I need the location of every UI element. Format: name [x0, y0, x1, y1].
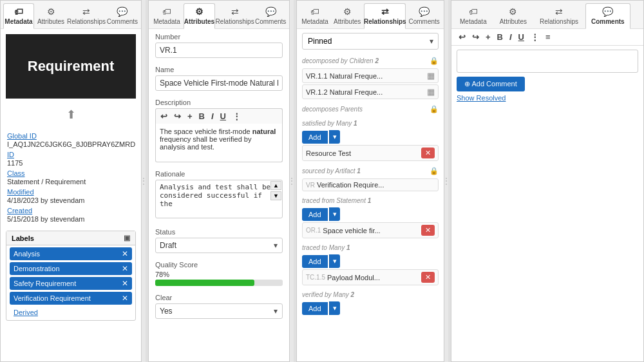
quality-bar-container: 78% [155, 271, 283, 286]
resize-3-4[interactable] [444, 0, 448, 362]
remove-analysis[interactable]: ✕ [122, 249, 128, 258]
rel-item-resource-test[interactable]: Resource Test ✕ [302, 145, 439, 161]
panel-4-content: ↩ ↪ + B I U ⋮ ≡ ⊕ Add Comment Show Resol… [451, 29, 643, 361]
attributes-icon-3: ⚙ [343, 6, 352, 17]
tab-attributes-1[interactable]: ⚙ Attributes [35, 3, 66, 28]
add-btn[interactable]: + [185, 111, 194, 122]
tab-attributes-4[interactable]: ⚙ Attributes [494, 3, 533, 28]
comments-icon-2: 💬 [265, 6, 276, 17]
rationale-scroll-up[interactable]: ▲ [270, 181, 281, 190]
tab-metadata-3[interactable]: 🏷 Metadata [299, 3, 330, 28]
rationale-scroll-down[interactable]: ▼ [270, 191, 281, 200]
quality-score-field: Quality Score 78% [149, 257, 289, 290]
tab-metadata-1[interactable]: 🏷 Metadata [3, 3, 34, 29]
rel-item-vr-verification[interactable]: VR Verification Require... [302, 178, 439, 191]
add-comment-button[interactable]: ⊕ Add Comment [457, 77, 525, 91]
clear-select[interactable]: Yes No [155, 303, 283, 319]
remove-resource-test[interactable]: ✕ [421, 148, 435, 158]
name-input[interactable] [155, 75, 283, 91]
id-label[interactable]: ID [7, 151, 135, 158]
verified-by-add-btn[interactable]: Add [302, 302, 328, 315]
grid-icon-vr12: ▦ [427, 87, 435, 97]
verified-by-header: verified by Many 2 [302, 289, 439, 300]
underline-btn[interactable]: U [218, 111, 228, 122]
panel-relationships: 🏷 Metadata ⚙ Attributes ⇄ Relationships … [296, 0, 444, 362]
bold-btn[interactable]: B [197, 111, 207, 122]
metadata-fields: Global ID I_AQ1JN2C6JGK6G_8J0BPRAY6ZMRD … [1, 126, 141, 227]
satisfied-add-arrow[interactable]: ▾ [329, 130, 340, 144]
resize-1-2[interactable] [142, 0, 146, 362]
panel-1-content: Requirement ⬆ Global ID I_AQ1JN2C6JGK6G_… [1, 29, 141, 361]
rationale-input[interactable]: Analysis and test shall be considered su… [155, 180, 283, 218]
show-resolved-link[interactable]: Show Resolved [451, 93, 643, 103]
comments-more-btn[interactable]: ⋮ [529, 32, 541, 43]
tab-comments-3[interactable]: 💬 Comments [407, 3, 441, 28]
pinned-select[interactable]: Pinned [302, 33, 439, 50]
tab-comments-4[interactable]: 💬 Comments [585, 3, 630, 29]
tab-comments-2[interactable]: 💬 Comments [254, 3, 287, 28]
tab-bar-1: 🏷 Metadata ⚙ Attributes ⇄ Relationships … [1, 1, 141, 29]
metadata-icon-2: 🏷 [162, 6, 171, 17]
quality-bar-bg [155, 280, 283, 286]
labels-header-icon[interactable]: ▣ [124, 234, 130, 242]
remove-safety-requirement[interactable]: ✕ [122, 279, 128, 288]
tab-metadata-4[interactable]: 🏷 Metadata [454, 3, 493, 28]
tab-relationships-4[interactable]: ⇄ Relationships [534, 3, 584, 28]
created-label[interactable]: Created [7, 207, 135, 214]
tab-relationships-2[interactable]: ⇄ Relationships [216, 3, 253, 28]
comments-list-btn[interactable]: ≡ [544, 32, 553, 43]
verified-by-add-arrow[interactable]: ▾ [329, 301, 340, 315]
italic-btn[interactable]: I [209, 111, 216, 122]
traced-from-add-btn[interactable]: Add [302, 208, 328, 221]
comments-italic-btn[interactable]: I [507, 32, 514, 43]
status-select-wrapper: Draft Active Approved [155, 238, 283, 253]
tab-relationships-1[interactable]: ⇄ Relationships [68, 3, 105, 28]
rel-item-vr11[interactable]: VR.1.1 Natural Freque... ▦ [302, 68, 439, 83]
global-id-value: I_AQ1JN2C6JGK6G_8J0BPRAY6ZMRD [7, 140, 135, 148]
label-analysis: Analysis ✕ [10, 247, 132, 260]
quality-bar-fill [155, 280, 254, 286]
upload-icon: ⬆ [66, 108, 76, 121]
traced-to-add-arrow[interactable]: ▾ [329, 254, 340, 268]
tab-relationships-3[interactable]: ⇄ Relationships [364, 3, 406, 29]
description-content[interactable]: The space vehicle first-mode natural fre… [155, 124, 283, 162]
tab-metadata-2[interactable]: 🏷 Metadata [151, 3, 182, 28]
class-value: Statement / Requirement [7, 178, 135, 186]
tab-comments-1[interactable]: 💬 Comments [106, 3, 138, 28]
relationships-icon-4: ⇄ [555, 6, 563, 17]
global-id-label[interactable]: Global ID [7, 132, 135, 140]
tab-bar-4: 🏷 Metadata ⚙ Attributes ⇄ Relationships … [451, 1, 643, 29]
satisfied-by-section: satisfied by Many 1 Add ▾ Resource Test … [297, 117, 444, 164]
traced-from-add-arrow[interactable]: ▾ [329, 207, 340, 221]
satisfied-add-btn[interactable]: Add [302, 131, 328, 144]
more-btn[interactable]: ⋮ [231, 111, 243, 122]
remove-tc15[interactable]: ✕ [421, 272, 435, 283]
rel-item-vr12[interactable]: VR.1.2 Natural Freque... ▦ [302, 84, 439, 99]
comments-redo-btn[interactable]: ↪ [470, 32, 481, 43]
rel-item-tc15[interactable]: TC.1.5 Payload Modul... ✕ [302, 269, 439, 285]
undo-btn[interactable]: ↩ [158, 111, 169, 122]
redo-btn[interactable]: ↪ [172, 111, 183, 122]
comment-edit-area[interactable] [457, 50, 638, 73]
resize-2-3[interactable] [290, 0, 294, 362]
comments-underline-btn[interactable]: U [516, 32, 526, 43]
tab-attributes-3[interactable]: ⚙ Attributes [332, 3, 363, 28]
tab-attributes-2[interactable]: ⚙ Attributes [184, 3, 215, 29]
upload-area[interactable]: ⬆ [1, 104, 141, 126]
panel-metadata: 🏷 Metadata ⚙ Attributes ⇄ Relationships … [0, 0, 142, 362]
remove-or1[interactable]: ✕ [421, 225, 435, 236]
class-label[interactable]: Class [7, 169, 135, 177]
labels-header: Labels ▣ [6, 231, 135, 245]
number-input[interactable] [155, 43, 283, 58]
comments-undo-btn[interactable]: ↩ [457, 32, 468, 43]
panel-3-content: Pinned decomposed by Children 2 🔒 VR.1.1… [297, 29, 444, 361]
comments-add-btn[interactable]: + [484, 32, 493, 43]
name-field: Name [149, 62, 289, 95]
rel-item-or1[interactable]: OR.1 Space vehicle fir... ✕ [302, 222, 439, 238]
status-select[interactable]: Draft Active Approved [155, 238, 283, 253]
traced-to-add-btn[interactable]: Add [302, 255, 328, 268]
remove-verification-requirement[interactable]: ✕ [122, 294, 128, 303]
comments-bold-btn[interactable]: B [495, 32, 505, 43]
remove-demonstration[interactable]: ✕ [122, 264, 128, 273]
modified-label[interactable]: Modified [7, 188, 135, 196]
